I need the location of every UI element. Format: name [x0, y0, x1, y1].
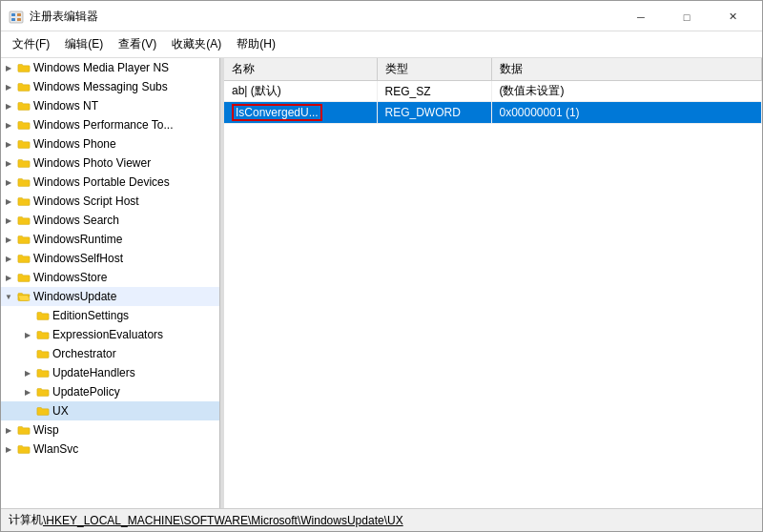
right-pane: 名称 类型 数据 ab| (默认)REG_SZ(数值未设置)IsConverge…: [224, 58, 762, 508]
folder-icon-wsh: [16, 195, 31, 207]
folder-icon-ux: [35, 405, 51, 417]
tree-label-wisp: Wisp: [33, 423, 59, 437]
tree-toggle-wpv[interactable]: ▶: [1, 159, 16, 168]
tree-label-wpt: Windows Performance To...: [33, 118, 174, 132]
registry-editor-window: 注册表编辑器 ─ □ ✕ 文件(F)编辑(E)查看(V)收藏夹(A)帮助(H) …: [0, 0, 763, 532]
tree-toggle-wph[interactable]: ▶: [1, 140, 16, 149]
folder-icon-wpt: [16, 119, 31, 131]
tree-label-wmp: Windows Media Player NS: [33, 61, 169, 74]
maximize-button[interactable]: □: [665, 6, 709, 29]
tree-item-wrt[interactable]: ▶ WindowsRuntime: [1, 230, 219, 249]
tree-label-uh: UpdateHandlers: [52, 366, 135, 379]
tree-item-wisp[interactable]: ▶ Wisp: [1, 420, 219, 440]
folder-icon-wnt: [16, 100, 31, 112]
folder-icon-wself: [16, 253, 31, 264]
folder-icon-wmp: [16, 62, 31, 73]
table-header: 名称 类型 数据: [224, 58, 762, 81]
menu-item[interactable]: 帮助(H): [229, 33, 283, 55]
title-bar-left: 注册表编辑器: [9, 9, 98, 25]
tree-toggle-wse[interactable]: ▶: [1, 216, 16, 225]
tree-toggle-wstore[interactable]: ▶: [1, 274, 16, 282]
app-icon: [9, 10, 24, 25]
folder-icon-wisp: [16, 424, 31, 436]
tree-toggle-wmp[interactable]: ▶: [1, 64, 16, 72]
tree-toggle-wsh[interactable]: ▶: [1, 197, 16, 206]
tree-toggle-ee[interactable]: ▶: [20, 331, 35, 339]
tree-label-wse: Windows Search: [33, 214, 119, 227]
tree-toggle-wu[interactable]: ▼: [1, 293, 16, 301]
tree-toggle-wrt[interactable]: ▶: [1, 235, 16, 244]
tree-label-ux: UX: [52, 404, 69, 418]
menu-item[interactable]: 收藏夹(A): [164, 33, 229, 55]
tree-item-ee[interactable]: ▶ ExpressionEvaluators: [1, 325, 219, 344]
cell-data-isconverged: 0x00000001 (1): [491, 102, 762, 124]
table-row-default[interactable]: ab| (默认)REG_SZ(数值未设置): [224, 81, 762, 102]
folder-icon-wu: [16, 291, 31, 302]
window-title: 注册表编辑器: [30, 9, 98, 25]
status-bar: 计算机\HKEY_LOCAL_MACHINE\SOFTWARE\Microsof…: [1, 508, 762, 531]
folder-icon-or: [35, 348, 51, 359]
tree-item-wpv[interactable]: ▶ Windows Photo Viewer: [1, 153, 219, 173]
cell-type-isconverged: REG_DWORD: [377, 102, 491, 124]
folder-icon-wpv: [16, 157, 31, 169]
tree-toggle-wpt[interactable]: ▶: [1, 121, 16, 130]
menu-item[interactable]: 编辑(E): [57, 33, 111, 55]
folder-icon-ee: [35, 329, 51, 340]
tree-label-up: UpdatePolicy: [52, 385, 120, 399]
tree-label-or: Orchestrator: [52, 347, 116, 360]
tree-label-wstore: WindowsStore: [33, 271, 107, 284]
content-area: ▶ Windows Media Player NS▶ Windows Messa…: [1, 58, 762, 508]
tree-item-wmp[interactable]: ▶ Windows Media Player NS: [1, 58, 219, 77]
folder-icon-up: [35, 386, 51, 398]
tree-item-or[interactable]: Orchestrator: [1, 344, 219, 363]
tree-item-wms[interactable]: ▶ Windows Messaging Subs: [1, 77, 219, 96]
tree-toggle-up[interactable]: ▶: [20, 388, 35, 397]
highlighted-name: IsConvergedU...: [232, 104, 322, 121]
cell-name-isconverged: IsConvergedU...: [224, 102, 377, 124]
table-row-isconverged[interactable]: IsConvergedU...REG_DWORD0x00000001 (1): [224, 102, 762, 124]
svg-rect-1: [11, 13, 15, 16]
tree-toggle-wpd[interactable]: ▶: [1, 178, 16, 187]
menu-item[interactable]: 文件(F): [5, 33, 57, 55]
tree-label-wph: Windows Phone: [33, 137, 116, 151]
folder-icon-wlan: [16, 443, 31, 455]
tree-item-uh[interactable]: ▶ UpdateHandlers: [1, 363, 219, 382]
table-body: ab| (默认)REG_SZ(数值未设置)IsConvergedU...REG_…: [224, 81, 762, 124]
tree-item-up[interactable]: ▶ UpdatePolicy: [1, 382, 219, 401]
tree-item-wnt[interactable]: ▶ Windows NT: [1, 96, 219, 115]
left-pane[interactable]: ▶ Windows Media Player NS▶ Windows Messa…: [1, 58, 220, 508]
menu-item[interactable]: 查看(V): [111, 33, 164, 55]
tree-item-wlan[interactable]: ▶ WlanSvc: [1, 440, 219, 459]
status-prefix: 计算机: [9, 512, 43, 528]
minimize-button[interactable]: ─: [619, 6, 663, 29]
tree-item-wpd[interactable]: ▶ Windows Portable Devices: [1, 173, 219, 192]
col-name: 名称: [224, 58, 377, 81]
folder-icon-wstore: [16, 272, 31, 283]
svg-rect-0: [10, 11, 23, 23]
tree-item-wself[interactable]: ▶ WindowsSelfHost: [1, 249, 219, 268]
tree-toggle-wms[interactable]: ▶: [1, 83, 16, 92]
tree-item-wstore[interactable]: ▶ WindowsStore: [1, 268, 219, 287]
tree-toggle-wisp[interactable]: ▶: [1, 426, 16, 435]
tree-item-wph[interactable]: ▶ Windows Phone: [1, 134, 219, 153]
svg-rect-2: [11, 18, 15, 21]
tree-label-ee: ExpressionEvaluators: [52, 328, 163, 341]
tree-toggle-wnt[interactable]: ▶: [1, 102, 16, 111]
tree-label-wrt: WindowsRuntime: [33, 233, 122, 246]
tree-item-ux[interactable]: UX: [1, 401, 219, 420]
close-button[interactable]: ✕: [711, 6, 754, 29]
tree-label-wpd: Windows Portable Devices: [33, 175, 170, 189]
tree-item-wpt[interactable]: ▶ Windows Performance To...: [1, 115, 219, 134]
tree-item-wse[interactable]: ▶ Windows Search: [1, 211, 219, 230]
folder-icon-wrt: [16, 234, 31, 245]
tree-item-wsh[interactable]: ▶ Windows Script Host: [1, 192, 219, 211]
cell-type-default: REG_SZ: [377, 81, 491, 102]
folder-icon-wpd: [16, 176, 31, 188]
tree-toggle-wself[interactable]: ▶: [1, 255, 16, 263]
tree-toggle-wlan[interactable]: ▶: [1, 445, 16, 454]
tree-label-es: EditionSettings: [52, 309, 129, 322]
status-path: \HKEY_LOCAL_MACHINE\SOFTWARE\Microsoft\W…: [43, 514, 403, 527]
tree-item-wu[interactable]: ▼ WindowsUpdate: [1, 287, 219, 306]
tree-item-es[interactable]: EditionSettings: [1, 306, 219, 325]
tree-toggle-uh[interactable]: ▶: [20, 369, 35, 378]
